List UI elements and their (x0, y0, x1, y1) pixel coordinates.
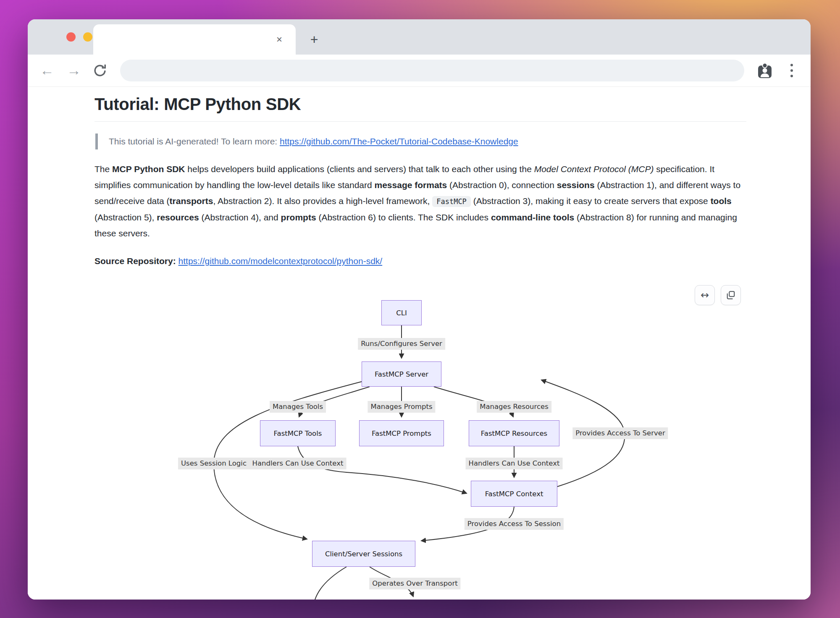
text-run: Model Context Protocol (MCP) (534, 164, 654, 174)
node-fastmcp-context: FastMCP Context (471, 481, 557, 507)
edge-label: Operates Over Transport (369, 578, 460, 589)
text-run: This tutorial is AI-generated! To learn … (109, 136, 280, 146)
text-run: prompts (281, 212, 316, 222)
edge-label: Provides Access To Server (572, 427, 668, 439)
text-run: command-line tools (491, 212, 574, 222)
inline-code: FastMCP (432, 196, 471, 207)
text-run: (Abstraction 5), (94, 212, 157, 222)
text-run: (Abstraction 6) to clients. The SDK incl… (316, 212, 491, 222)
node-fastmcp-prompts: FastMCP Prompts (359, 420, 444, 446)
address-bar[interactable] (120, 60, 744, 81)
profile-icon[interactable] (755, 61, 774, 81)
page-content: Tutorial: MCP Python SDK This tutorial i… (28, 87, 811, 600)
edge-label: Manages Prompts (368, 401, 435, 413)
tab-close-icon[interactable]: × (273, 34, 286, 46)
tab-strip: × + (28, 19, 811, 55)
text-run: (Abstraction 0), connection (447, 180, 556, 190)
source-repo-link[interactable]: https://github.com/modelcontextprotocol/… (178, 256, 383, 266)
text-run: message formats (375, 180, 447, 190)
edge-label: Manages Tools (270, 401, 326, 413)
new-tab-button[interactable]: + (305, 31, 323, 50)
source-repository-line: Source Repository: https://github.com/mo… (94, 253, 746, 269)
text-run: The (94, 164, 112, 174)
mermaid-diagram: ↔ (94, 283, 746, 600)
text-run: (Abstraction 4), and (199, 212, 281, 222)
back-icon[interactable]: ← (36, 60, 58, 81)
reload-icon[interactable] (92, 62, 108, 79)
ai-note-blockquote: This tutorial is AI-generated! To learn … (95, 134, 746, 149)
browser-tab[interactable]: × (93, 24, 296, 55)
profile-badge-glyph (755, 61, 774, 81)
edge-label: Provides Access To Session (465, 518, 564, 530)
node-client-server-sessions: Client/Server Sessions (312, 541, 415, 567)
intro-paragraph: The MCP Python SDK helps developers buil… (94, 161, 746, 241)
tutorial-codebase-link[interactable]: https://github.com/The-Pocket/Tutorial-C… (280, 136, 518, 146)
minimize-window-button[interactable] (83, 32, 92, 42)
text-run: Source Repository: (94, 256, 178, 266)
node-fastmcp-server: FastMCP Server (362, 361, 441, 387)
edge-label: Runs/Configures Server (358, 338, 445, 350)
edge-label: Uses Session Logic (178, 458, 249, 469)
text-run: helps developers build applications (cli… (185, 164, 534, 174)
reload-glyph (92, 62, 108, 79)
edge-label: Handlers Can Use Context (466, 458, 563, 469)
text-run: sessions (557, 180, 595, 190)
forward-icon[interactable]: → (63, 60, 85, 81)
node-cli: CLI (381, 300, 422, 325)
text-run: (Abstraction 3), making it easy to creat… (471, 196, 711, 206)
node-fastmcp-resources: FastMCP Resources (469, 420, 559, 446)
text-run: transports (170, 196, 213, 206)
text-run: resources (157, 212, 199, 222)
edge-label: Handlers Can Use Context (249, 458, 346, 469)
text-run: tools (711, 196, 732, 206)
browser-toolbar: ← → (28, 55, 811, 87)
text-run: MCP Python SDK (112, 164, 185, 174)
page-title: Tutorial: MCP Python SDK (94, 93, 746, 122)
edge-label: Manages Resources (477, 401, 551, 413)
text-run: , Abstraction 2). It also provides a hig… (213, 196, 432, 206)
close-window-button[interactable] (66, 32, 76, 42)
node-fastmcp-tools: FastMCP Tools (260, 420, 336, 446)
browser-window: × + ← → Tutorial: MCP Python SDK This tu… (28, 19, 811, 600)
browser-menu-icon[interactable] (782, 60, 801, 81)
